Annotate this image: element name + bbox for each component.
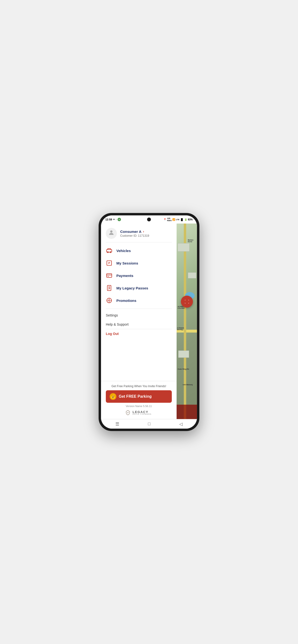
map-area: BarbecKorar ACHER'SCOLONY a Ahaaraaterin… (177, 224, 197, 419)
drawer-bottom: Get Free Parking When You Invite Friends… (101, 381, 177, 419)
location-icon: 📍 (163, 218, 166, 221)
settings-item[interactable]: Settings (101, 311, 177, 320)
help-item[interactable]: Help & Support (101, 320, 177, 329)
drawer-menu: Consumer A › Customer ID: 1171319 (101, 224, 177, 419)
map-building-2 (188, 272, 196, 278)
map-road-vertical (184, 224, 186, 419)
svg-rect-6 (106, 274, 112, 277)
logout-item[interactable]: Log Out (101, 329, 177, 338)
signal-bars: ▐▌ (180, 218, 184, 221)
promotions-icon (106, 297, 112, 304)
menu-section: Vehicles P My Sessions (101, 242, 177, 308)
map-label-outer-ring: Outer Ring Rd (178, 368, 189, 370)
camera-notch (147, 218, 151, 222)
status-left: 12:59 ✦ ↑ G (105, 218, 121, 221)
secondary-section: Settings Help & Support Log Out (101, 309, 177, 340)
profile-name-text: Consumer A (120, 230, 141, 234)
svg-text:P: P (108, 262, 110, 264)
speed: 135KB/S (167, 217, 172, 222)
invite-text: Get Free Parking When You Invite Friends… (106, 384, 172, 388)
free-parking-button[interactable]: 💰 Get FREE Parking (106, 390, 172, 403)
wifi-icon: 📶 (172, 218, 175, 221)
status-right: 📍 135KB/S 📶 LTE ▐▌ 🔋 83% (163, 217, 193, 222)
profile-section[interactable]: Consumer A › Customer ID: 1171319 (101, 224, 177, 242)
sessions-label: My Sessions (116, 261, 138, 265)
time: 12:59 (105, 218, 112, 221)
vehicles-icon (106, 247, 112, 254)
map-label-maharaj: rchi Maharaj (183, 384, 193, 386)
battery-icon: 🔋 (184, 218, 187, 221)
logo-sub: DRIVE FORWARD. (132, 413, 152, 415)
free-parking-label: Get FREE Parking (119, 394, 152, 399)
profile-info: Consumer A › Customer ID: 1171319 (120, 230, 172, 238)
payments-label: Payments (116, 274, 133, 278)
status-bar: 12:59 ✦ ↑ G 📍 135KB/S 📶 LTE ▐▌ 🔋 83% (101, 216, 197, 224)
signal-icons: ✦ ↑ (113, 218, 117, 221)
menu-item-legacy[interactable]: My Legacy Passes (101, 282, 177, 294)
profile-chevron: › (143, 230, 144, 233)
avatar (106, 228, 117, 239)
bottom-nav: ☰ □ ◁ (101, 419, 197, 428)
battery-percent: 83% (188, 218, 193, 221)
nav-back-icon[interactable]: ◁ (179, 422, 183, 427)
coin-icon: 💰 (110, 393, 116, 400)
profile-name: Consumer A › (120, 230, 172, 234)
payments-icon (106, 272, 112, 279)
map-bottom-overlay (177, 405, 197, 419)
version-text: Version Name 5.56.11 (106, 405, 172, 408)
scan-button[interactable] (181, 296, 193, 308)
nav-menu-icon[interactable]: ☰ (115, 422, 119, 427)
vehicles-label: Vehicles (116, 249, 131, 253)
promotions-label: Promotions (116, 298, 136, 302)
map-background: BarbecKorar ACHER'SCOLONY a Ahaaraaterin… (177, 224, 197, 419)
logo-section: LEGACY DRIVE FORWARD. (106, 408, 172, 417)
menu-item-payments[interactable]: Payments (101, 269, 177, 282)
menu-item-sessions[interactable]: P My Sessions (101, 257, 177, 269)
logo-icon (125, 410, 130, 415)
phone-frame: 12:59 ✦ ↑ G 📍 135KB/S 📶 LTE ▐▌ 🔋 83% (99, 213, 199, 431)
avatar-icon (108, 229, 115, 238)
menu-item-promotions[interactable]: Promotions (101, 294, 177, 307)
sessions-icon: P (106, 260, 112, 266)
screen-content: Consumer A › Customer ID: 1171319 (101, 224, 197, 419)
phone-screen: 12:59 ✦ ↑ G 📍 135KB/S 📶 LTE ▐▌ 🔋 83% (101, 216, 197, 428)
map-building-1 (178, 243, 190, 252)
lte-icon: LTE (176, 218, 180, 221)
app-icon: G (117, 218, 121, 221)
profile-customer-id: Customer ID: 1171319 (120, 234, 172, 238)
svg-point-0 (110, 230, 112, 233)
spacer (101, 340, 177, 381)
menu-item-vehicles[interactable]: Vehicles (101, 244, 177, 257)
legacy-icon (106, 284, 112, 291)
map-label-barbec: BarbecKorar (188, 239, 194, 242)
map-building-3 (178, 350, 189, 358)
legacy-label: My Legacy Passes (116, 286, 148, 290)
map-label-ahaara: a Ahaaraatering... (177, 327, 184, 330)
nav-home-icon[interactable]: □ (148, 422, 151, 426)
